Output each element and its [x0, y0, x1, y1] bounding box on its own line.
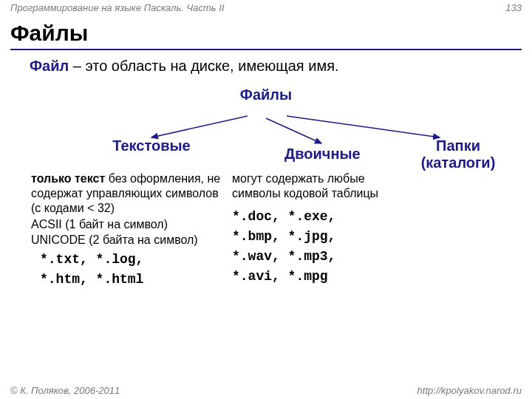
text-ext-line2: *.htm, *.html — [40, 270, 143, 290]
header-bar: Программирование на языке Паскаль. Часть… — [0, 0, 532, 16]
text-file-extensions: *.txt, *.log, *.htm, *.html — [40, 250, 143, 290]
enc-unicode: UNICODE (2 байта на символ) — [31, 233, 198, 248]
branch-folders-line2: (каталоги) — [410, 154, 506, 171]
text-files-description: только текст без оформления, не содержат… — [31, 171, 223, 216]
branch-folders-line1: Папки — [410, 137, 506, 154]
text-ext-line1: *.txt, *.log, — [40, 250, 143, 270]
bin-ext-line2: *.bmp, *.jpg, — [232, 227, 335, 247]
definition-rest: – это область на диске, имеющая имя. — [69, 58, 338, 74]
bin-ext-line4: *.avi, *.mpg — [232, 267, 335, 287]
arrow-to-binary — [266, 118, 321, 143]
enc-ascii: ACSII (1 байт на символ) — [31, 217, 198, 233]
course-title: Программирование на языке Паскаль. Часть… — [10, 2, 225, 16]
binary-files-description: могут содержать любые символы кодовой та… — [232, 171, 395, 201]
branch-folders: Папки (каталоги) — [410, 137, 506, 171]
footer-copyright: © К. Поляков, 2006-2011 — [10, 385, 120, 399]
page-number: 133 — [505, 2, 522, 16]
text-encodings: ACSII (1 байт на символ) UNICODE (2 байт… — [31, 217, 198, 248]
bin-ext-line3: *.wav, *.mp3, — [232, 247, 335, 267]
definition-text: Файл – это область на диске, имеющая имя… — [30, 58, 339, 75]
footer-bar: © К. Поляков, 2006-2011 http://kpolyakov… — [0, 383, 532, 399]
tree-root-label: Файлы — [236, 86, 296, 103]
slide-title: Файлы — [10, 21, 88, 46]
branch-binary-files: Двоичные — [284, 146, 361, 163]
binary-file-extensions: *.doc, *.exe, *.bmp, *.jpg, *.wav, *.mp3… — [232, 207, 335, 287]
title-underline — [10, 49, 522, 50]
bin-ext-line1: *.doc, *.exe, — [232, 207, 335, 227]
slide: Программирование на языке Паскаль. Часть… — [0, 0, 532, 399]
branch-text-files: Текстовые — [100, 137, 203, 154]
text-desc-bold: только текст — [31, 172, 105, 185]
arrow-to-text — [151, 116, 248, 137]
arrow-to-folders — [287, 116, 440, 137]
definition-term: Файл — [30, 58, 69, 74]
footer-url: http://kpolyakov.narod.ru — [417, 385, 522, 399]
